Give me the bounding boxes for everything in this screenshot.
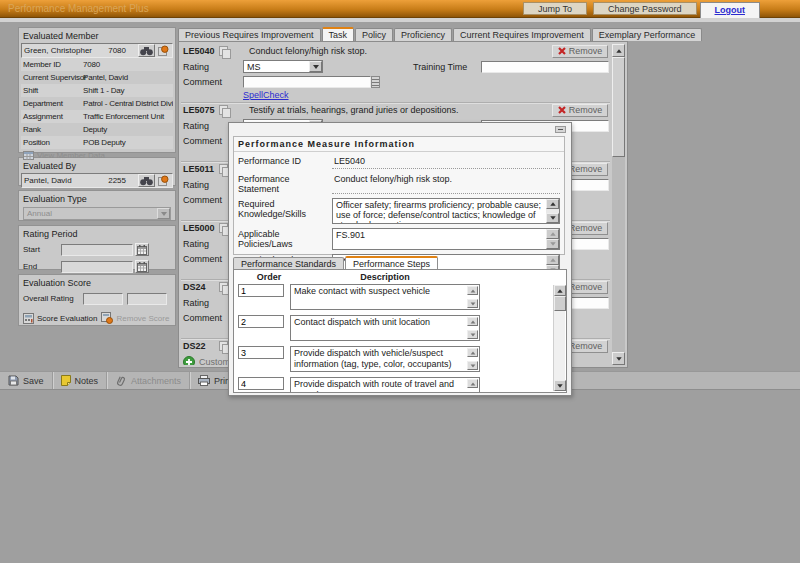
step-description-textarea[interactable]: Provide dispatch with route of travel an… xyxy=(290,377,480,393)
tab-policy[interactable]: Policy xyxy=(355,28,393,41)
rating-label: Rating xyxy=(183,298,209,308)
remove-label: Remove xyxy=(569,223,603,233)
change-password-button[interactable]: Change Password xyxy=(593,2,697,15)
comment-label: Comment xyxy=(183,313,222,323)
tab-performance-steps[interactable]: Performance Steps xyxy=(345,256,438,270)
step-order-input[interactable] xyxy=(238,377,284,390)
step-order-input[interactable] xyxy=(238,284,284,297)
performance-id-label: Performance ID xyxy=(238,155,332,169)
member-clear-button[interactable] xyxy=(157,44,170,57)
step-description-textarea[interactable]: Make contact with suspect vehicle xyxy=(290,284,480,310)
scroll-down-button[interactable] xyxy=(554,380,566,391)
step-row: Contact dispatch with unit location xyxy=(234,315,566,341)
scroll-down-button[interactable] xyxy=(467,299,478,308)
textarea-scrollbar[interactable] xyxy=(546,199,559,223)
step-order-input[interactable] xyxy=(238,315,284,328)
scroll-up-button[interactable] xyxy=(467,379,478,388)
scroll-down-button[interactable] xyxy=(467,361,478,370)
rating-select[interactable]: MS xyxy=(243,60,323,73)
notes-button[interactable]: Notes xyxy=(53,372,108,389)
dialog-minimize-button[interactable] xyxy=(555,126,566,133)
step-row: Provide dispatch with route of travel an… xyxy=(234,377,566,393)
steps-scrollbar[interactable] xyxy=(553,285,565,391)
remove-measure-button[interactable]: Remove xyxy=(552,104,608,117)
textarea-scrollbar[interactable] xyxy=(546,229,559,249)
scroll-up-button[interactable] xyxy=(467,317,478,326)
scroll-down-button[interactable] xyxy=(546,213,559,223)
start-date-row: Start xyxy=(21,241,173,258)
textarea-scrollbar[interactable] xyxy=(467,286,478,308)
jump-to-button[interactable]: Jump To xyxy=(523,2,587,15)
scroll-up-button[interactable] xyxy=(546,199,559,209)
step-description-textarea[interactable]: Contact dispatch with unit location xyxy=(290,315,480,341)
tab-label: Policy xyxy=(362,30,386,40)
remove-label: Remove xyxy=(569,282,603,292)
scroll-up-button[interactable] xyxy=(467,286,478,295)
member-name-field[interactable]: Green, Christopher 7080 xyxy=(21,43,173,58)
measure-id: LE5040 xyxy=(181,46,219,56)
remove-score-button[interactable]: Remove Score xyxy=(101,312,169,324)
calendar-icon xyxy=(137,262,147,272)
end-calendar-button[interactable] xyxy=(135,260,149,273)
evaluator-clear-button[interactable] xyxy=(157,174,170,187)
overall-rating-row: Overall Rating xyxy=(21,290,173,307)
remove-label: Remove xyxy=(569,105,603,115)
policies-row: Applicable Policies/Laws FS.901 xyxy=(234,225,564,251)
scroll-down-button[interactable] xyxy=(467,392,478,393)
policies-textarea[interactable]: FS.901 xyxy=(332,228,560,250)
evaluator-name-field[interactable]: Pantel, David 2255 xyxy=(21,173,173,188)
scroll-up-button[interactable] xyxy=(612,44,625,57)
measure-detail-tabs: Performance Standards Performance Steps xyxy=(233,256,439,270)
step-description-textarea[interactable]: Provide dispatch with vehicle/suspect in… xyxy=(290,346,480,372)
performance-measure-dialog: Performance Measure Information Performa… xyxy=(228,122,572,396)
tab-previous-requires-improvement[interactable]: Previous Requires Improvement xyxy=(178,28,321,41)
step-order-input[interactable] xyxy=(238,346,284,359)
dialog-title: Performance Measure Information xyxy=(234,137,564,152)
scroll-down-button[interactable] xyxy=(546,239,559,249)
copy-icon[interactable] xyxy=(219,105,229,116)
tab-exemplary-performance[interactable]: Exemplary Performance xyxy=(592,28,703,41)
evaluator-lookup-button[interactable] xyxy=(138,174,155,187)
scroll-up-button[interactable] xyxy=(467,348,478,357)
scroll-down-button[interactable] xyxy=(612,352,625,365)
policies-label: Applicable Policies/Laws xyxy=(238,228,332,250)
remove-measure-button[interactable]: Remove xyxy=(552,45,608,58)
scrollbar-thumb[interactable] xyxy=(554,296,566,311)
logout-tab[interactable]: Logout xyxy=(700,2,761,18)
member-lookup-button[interactable] xyxy=(138,44,155,57)
textarea-scrollbar[interactable] xyxy=(467,379,478,393)
scrollbar-thumb[interactable] xyxy=(612,57,625,157)
spellcheck-link[interactable]: SpellCheck xyxy=(243,90,289,100)
overall-rating-input-1[interactable] xyxy=(83,293,123,305)
textarea-scrollbar[interactable] xyxy=(467,348,478,370)
tab-task[interactable]: Task xyxy=(322,27,355,41)
logout-link[interactable]: Logout xyxy=(715,5,746,15)
copy-icon[interactable] xyxy=(219,46,229,57)
scroll-up-button[interactable] xyxy=(546,255,559,265)
scroll-up-button[interactable] xyxy=(546,229,559,239)
performance-statement-row: Performance Statement Conduct felony/hig… xyxy=(234,170,564,195)
textarea-scrollbar[interactable] xyxy=(467,317,478,339)
score-buttons-row: Score Evaluation Remove Score xyxy=(21,310,173,326)
tab-current-requires-improvement[interactable]: Current Requires Improvement xyxy=(453,28,591,41)
expand-comment-button[interactable] xyxy=(371,76,380,88)
score-evaluation-label: Score Evaluation xyxy=(37,314,97,323)
training-time-input[interactable] xyxy=(481,61,609,73)
overall-rating-input-2[interactable] xyxy=(127,293,167,305)
attachments-button[interactable]: Attachments xyxy=(107,372,190,389)
evaluation-type-select[interactable]: Annual xyxy=(23,207,171,220)
notes-icon xyxy=(61,375,71,386)
scroll-up-button[interactable] xyxy=(554,285,566,296)
notes-label: Notes xyxy=(75,376,99,386)
skills-textarea[interactable]: Officer safety; firearms proficiency; pr… xyxy=(332,198,560,224)
skills-label: Required Knowledge/Skills xyxy=(238,198,332,224)
panel-scrollbar[interactable] xyxy=(612,44,625,365)
tab-proficiency[interactable]: Proficiency xyxy=(394,28,452,41)
scroll-down-button[interactable] xyxy=(467,330,478,339)
comment-input[interactable] xyxy=(243,76,371,88)
end-date-input[interactable] xyxy=(61,261,133,273)
save-button[interactable]: Save xyxy=(0,372,53,389)
start-calendar-button[interactable] xyxy=(135,243,149,256)
start-date-input[interactable] xyxy=(61,244,133,256)
score-evaluation-button[interactable]: Score Evaluation xyxy=(23,313,97,324)
